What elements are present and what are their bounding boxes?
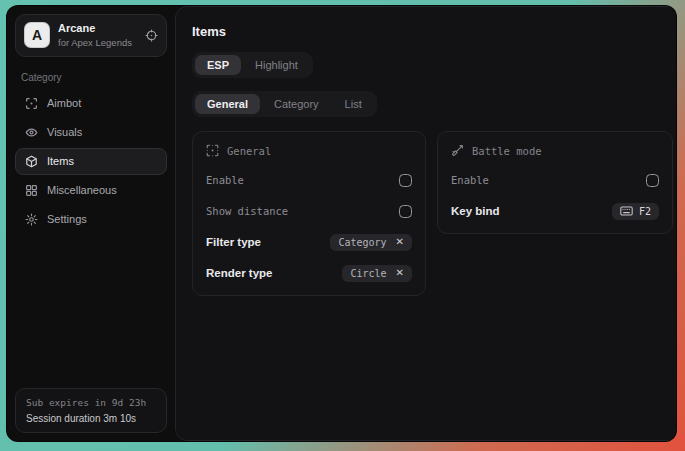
show-distance-checkbox[interactable] — [399, 205, 412, 218]
settings-cards-row: General Enable Show distance Filter type… — [192, 131, 673, 296]
scan-icon — [206, 144, 219, 157]
enable-checkbox[interactable] — [399, 174, 412, 187]
main-panel: Items ESP Highlight General Category Lis… — [175, 6, 677, 441]
app-window: A Arcane for Apex Legends Category — [6, 5, 677, 442]
general-card-title: General — [227, 145, 271, 157]
tab-list[interactable]: List — [333, 94, 374, 114]
session-duration-text: Session duration 3m 10s — [26, 413, 156, 424]
general-card: General Enable Show distance Filter type… — [192, 131, 426, 296]
app-title: Arcane — [58, 22, 137, 35]
tab-esp[interactable]: ESP — [195, 55, 241, 75]
sword-icon — [451, 144, 464, 157]
sidebar-item-aimbot[interactable]: Aimbot — [15, 90, 167, 117]
sidebar-item-label: Miscellaneous — [47, 184, 117, 196]
sidebar-item-label: Aimbot — [47, 97, 81, 109]
sidebar-item-visuals[interactable]: Visuals — [15, 119, 167, 146]
enable-row: Enable — [206, 170, 412, 190]
filter-type-value: Category — [338, 237, 386, 248]
render-type-label: Render type — [206, 267, 272, 279]
filter-type-row: Filter type Category ✕ — [206, 232, 412, 252]
app-subtitle: for Apex Legends — [58, 37, 137, 48]
grid-icon — [25, 184, 38, 197]
sub-expires-text: Sub expires in 9d 23h — [26, 397, 156, 408]
sidebar-item-settings[interactable]: Settings — [15, 206, 167, 233]
keyboard-icon — [620, 206, 633, 216]
sidebar: A Arcane for Apex Legends Category — [7, 6, 175, 441]
sidebar-item-miscellaneous[interactable]: Miscellaneous — [15, 177, 167, 204]
close-icon[interactable]: ✕ — [396, 237, 404, 247]
tab-category[interactable]: Category — [262, 94, 331, 114]
sidebar-item-label: Visuals — [47, 126, 82, 138]
app-logo: A — [24, 22, 50, 48]
render-type-row: Render type Circle ✕ — [206, 263, 412, 283]
key-bind-button[interactable]: F2 — [612, 203, 659, 220]
battle-mode-card-header: Battle mode — [451, 144, 659, 157]
gear-icon — [25, 213, 38, 226]
battle-mode-card-title: Battle mode — [472, 145, 542, 157]
key-bind-value: F2 — [639, 206, 651, 217]
sidebar-item-label: Settings — [47, 213, 87, 225]
eye-icon — [25, 126, 38, 139]
target-icon[interactable] — [145, 29, 158, 42]
enable-label: Enable — [206, 174, 244, 186]
close-icon[interactable]: ✕ — [396, 268, 404, 278]
crosshair-icon — [25, 97, 38, 110]
battle-enable-row: Enable — [451, 170, 659, 190]
filter-type-label: Filter type — [206, 236, 261, 248]
page-title: Items — [192, 24, 673, 39]
brand-text: Arcane for Apex Legends — [58, 22, 137, 49]
key-bind-row: Key bind F2 — [451, 201, 659, 221]
sidebar-item-items[interactable]: Items — [15, 148, 167, 175]
sidebar-nav: Aimbot Visuals Items — [15, 90, 167, 233]
filter-type-chip[interactable]: Category ✕ — [330, 234, 412, 251]
view-tab-group: General Category List — [192, 91, 377, 117]
tab-highlight[interactable]: Highlight — [243, 55, 310, 75]
key-bind-label: Key bind — [451, 205, 500, 217]
render-type-value: Circle — [350, 268, 386, 279]
battle-enable-checkbox[interactable] — [646, 174, 659, 187]
battle-mode-card: Battle mode Enable Key bind — [437, 131, 673, 234]
battle-enable-label: Enable — [451, 174, 489, 186]
package-icon — [25, 155, 38, 168]
show-distance-label: Show distance — [206, 205, 288, 217]
sidebar-section-label: Category — [21, 72, 161, 83]
general-card-header: General — [206, 144, 412, 157]
subscription-card: Sub expires in 9d 23h Session duration 3… — [15, 388, 167, 433]
brand-card: A Arcane for Apex Legends — [15, 14, 167, 57]
show-distance-row: Show distance — [206, 201, 412, 221]
mode-tab-group: ESP Highlight — [192, 52, 313, 78]
sidebar-item-label: Items — [47, 155, 74, 167]
tab-general[interactable]: General — [195, 94, 260, 114]
render-type-chip[interactable]: Circle ✕ — [342, 265, 412, 282]
